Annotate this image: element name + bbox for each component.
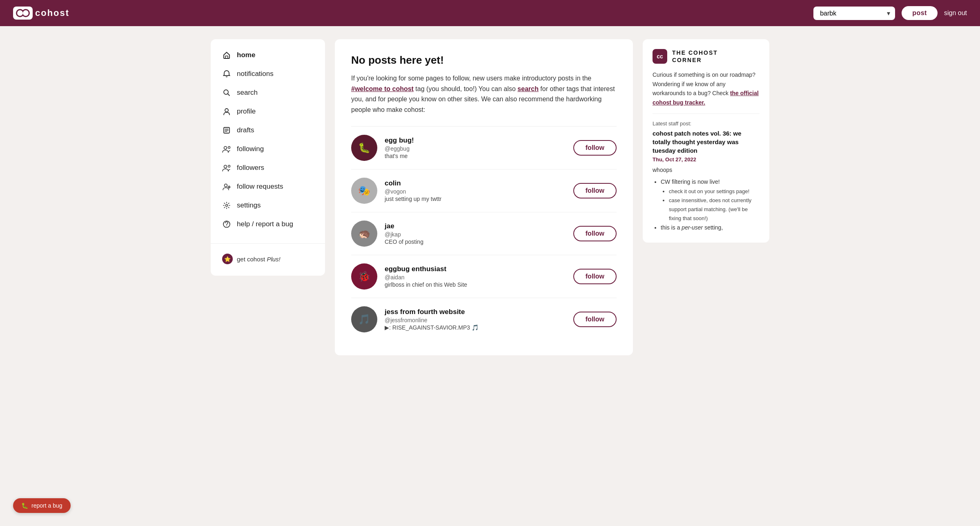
- center-content: No posts here yet! If you're looking for…: [335, 39, 633, 355]
- welcome-tag-link[interactable]: #welcome to cohost: [351, 85, 414, 92]
- corner-title: THE COHOST CORNER: [672, 49, 718, 64]
- search-icon: [222, 88, 231, 97]
- report-bug-button[interactable]: 🐛 report a bug: [13, 498, 71, 513]
- logo[interactable]: cohost: [13, 7, 69, 20]
- user-bio: that's me: [385, 153, 566, 159]
- following-icon: [222, 145, 231, 154]
- user-name: jae: [385, 222, 566, 230]
- header: cohost barbk post sign out: [0, 0, 980, 26]
- report-bug-label: report a bug: [31, 502, 62, 509]
- svg-text:🎭: 🎭: [358, 185, 370, 196]
- user-avatar: 🐛: [351, 135, 377, 161]
- user-card: 🦔 jae@jkapCEO of postingfollow: [351, 212, 617, 255]
- sidebar-item-search[interactable]: search: [211, 83, 325, 102]
- user-card: 🐞 eggbug enthusiast@aidangirlboss in chi…: [351, 255, 617, 298]
- plus-icon: ⭐: [222, 254, 233, 264]
- user-avatar: 🦔: [351, 221, 377, 247]
- sidebar-item-settings[interactable]: settings: [211, 196, 325, 215]
- latest-post-text: whoops: [653, 167, 760, 173]
- bug-icon: 🐛: [21, 502, 28, 509]
- right-sidebar: cc THE COHOST CORNER Curious if somethin…: [643, 39, 769, 243]
- sidebar-item-profile[interactable]: profile: [211, 102, 325, 121]
- user-handle: @aidan: [385, 274, 566, 281]
- sub-bullet-item: case insensitive, does not currently sup…: [669, 196, 760, 223]
- svg-point-5: [224, 90, 228, 94]
- user-info: jess from fourth website@jessfromonline▶…: [385, 308, 566, 331]
- corner-desc: Curious if something is on our roadmap? …: [653, 70, 760, 107]
- latest-post-title: cohost patch notes vol. 36: we totally t…: [653, 129, 760, 155]
- svg-text:🐞: 🐞: [358, 270, 370, 282]
- user-bio: girlboss in chief on this Web Site: [385, 281, 566, 288]
- settings-icon: [222, 201, 231, 210]
- user-name: egg bug!: [385, 136, 566, 145]
- profile-icon: [222, 107, 231, 116]
- account-select[interactable]: barbk: [813, 7, 895, 20]
- svg-point-11: [228, 165, 230, 167]
- search-link[interactable]: search: [517, 85, 539, 92]
- follow-button[interactable]: follow: [573, 140, 617, 156]
- sidebar-bottom: ⭐ get cohost Plus!: [211, 243, 325, 269]
- sidebar-item-home[interactable]: home: [211, 46, 325, 65]
- bullet-item: this is a per-user setting,: [661, 223, 760, 233]
- svg-point-10: [224, 165, 227, 168]
- sidebar-item-follow-requests[interactable]: follow requests: [211, 177, 325, 196]
- user-bio: CEO of posting: [385, 238, 566, 245]
- sidebar-item-followers-label: followers: [237, 164, 264, 172]
- user-info: colin@vogonjust setting up my twttr: [385, 179, 566, 202]
- header-right: barbk post sign out: [813, 6, 967, 20]
- bell-icon: [222, 69, 231, 78]
- latest-staff-label: Latest staff post:: [653, 120, 760, 127]
- post-button[interactable]: post: [902, 6, 938, 20]
- corner-header: cc THE COHOST CORNER: [653, 49, 760, 64]
- sidebar-item-profile-label: profile: [237, 107, 256, 116]
- no-posts-description: If you're looking for some pages to foll…: [351, 73, 617, 115]
- sidebar-item-drafts-label: drafts: [237, 126, 254, 134]
- user-name: jess from fourth website: [385, 308, 566, 316]
- follow-button[interactable]: follow: [573, 269, 617, 284]
- sidebar-item-following[interactable]: following: [211, 140, 325, 158]
- logo-box: [13, 7, 33, 20]
- main-layout: home notifications search: [204, 26, 776, 368]
- follow-button[interactable]: follow: [573, 226, 617, 241]
- svg-point-6: [225, 109, 228, 112]
- bullet-list: CW filtering is now live!check it out on…: [653, 177, 760, 233]
- sidebar-item-help[interactable]: help / report a bug: [211, 215, 325, 234]
- svg-point-9: [228, 147, 230, 149]
- svg-point-2: [17, 10, 23, 16]
- user-handle: @vogon: [385, 188, 566, 195]
- svg-point-15: [226, 226, 227, 227]
- corner-card: cc THE COHOST CORNER Curious if somethin…: [643, 39, 769, 243]
- logo-text: cohost: [35, 8, 69, 18]
- user-info: egg bug!@eggbugthat's me: [385, 136, 566, 159]
- sidebar-item-following-label: following: [237, 145, 264, 153]
- sidebar-item-notifications[interactable]: notifications: [211, 65, 325, 83]
- svg-text:🦔: 🦔: [358, 227, 370, 239]
- help-icon: [222, 220, 231, 229]
- corner-divider: [653, 114, 760, 114]
- account-select-wrap: barbk: [813, 7, 895, 20]
- user-bio: just setting up my twttr: [385, 196, 566, 202]
- follow-button[interactable]: follow: [573, 312, 617, 327]
- sidebar-item-drafts[interactable]: drafts: [211, 121, 325, 140]
- user-info: eggbug enthusiast@aidangirlboss in chief…: [385, 265, 566, 288]
- sub-bullet-item: check it out on your settings page!: [669, 187, 760, 196]
- user-bio: ▶: RISE_AGAINST-SAVIOR.MP3 🎵: [385, 324, 566, 331]
- sidebar-item-followers[interactable]: followers: [211, 158, 325, 177]
- user-name: colin: [385, 179, 566, 187]
- follow-button[interactable]: follow: [573, 183, 617, 198]
- user-handle: @jessfromonline: [385, 317, 566, 323]
- get-plus[interactable]: ⭐ get cohost Plus!: [211, 249, 325, 269]
- home-icon: [222, 51, 231, 60]
- get-plus-label: get cohost Plus!: [237, 256, 281, 263]
- no-posts-card: No posts here yet! If you're looking for…: [335, 39, 633, 355]
- user-card: 🎭 colin@vogonjust setting up my twttrfol…: [351, 169, 617, 212]
- sidebar-item-help-label: help / report a bug: [237, 220, 293, 228]
- user-avatar: 🎭: [351, 178, 377, 204]
- sidebar-item-settings-label: settings: [237, 201, 261, 210]
- signout-button[interactable]: sign out: [944, 9, 967, 17]
- user-avatar: 🎵: [351, 306, 377, 332]
- svg-point-3: [23, 10, 29, 16]
- sidebar: home notifications search: [211, 39, 325, 276]
- svg-point-13: [226, 205, 228, 207]
- user-info: jae@jkapCEO of posting: [385, 222, 566, 245]
